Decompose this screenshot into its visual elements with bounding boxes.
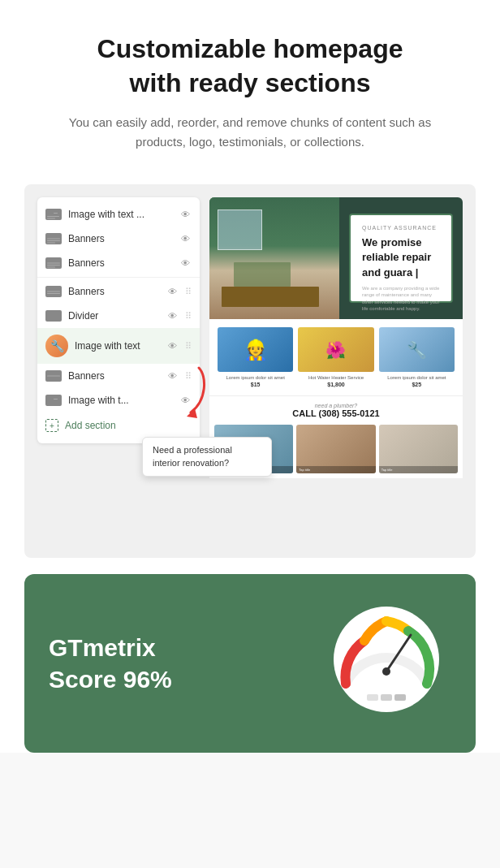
preview-cta: need a plumber? CALL (308) 555-0121 xyxy=(209,395,463,425)
section-item-img-text-3[interactable]: Image with t... 👁 xyxy=(37,388,200,412)
banners-icon-1 xyxy=(45,233,62,244)
eye-icon-1[interactable]: 👁 xyxy=(181,209,190,219)
svg-point-24 xyxy=(382,667,390,676)
room-image xyxy=(209,197,339,319)
add-section-button[interactable]: + Add section xyxy=(37,412,200,438)
banners-icon-4 xyxy=(45,370,62,382)
section-label-divider: Divider xyxy=(68,310,162,322)
svg-rect-4 xyxy=(47,218,55,219)
drag-handle-4[interactable]: ⠿ xyxy=(185,371,192,382)
service-name-3: Lorem ipsum dolor sit amet xyxy=(379,375,455,382)
section-item-banners-4[interactable]: Banners 👁 ⠿ xyxy=(37,364,200,388)
preview-panel: QUALITY ASSURANCE We promise reliable re… xyxy=(209,197,463,545)
svg-rect-2 xyxy=(54,213,58,214)
svg-rect-10 xyxy=(47,263,60,264)
svg-rect-12 xyxy=(47,267,55,268)
section-item-banners-2[interactable]: Banners 👁 xyxy=(37,251,200,275)
service-image-2 xyxy=(298,327,373,372)
service-name-1: Lorem ipsum dolor sit amet xyxy=(218,375,293,382)
eye-icon-2[interactable]: 👁 xyxy=(181,234,190,244)
gtmetrix-title: GTmetrixScore 96% xyxy=(49,632,172,695)
quality-card: QUALITY ASSURANCE We promise reliable re… xyxy=(349,214,453,303)
service-card-2: Hot Water Heater Service $1,800 xyxy=(298,327,373,387)
service-image-1 xyxy=(218,327,293,372)
service-card-3: Lorem ipsum dolor sit amet $25 xyxy=(379,327,455,387)
eye-icon-6[interactable]: 👁 xyxy=(168,341,177,351)
gauge-bars xyxy=(367,694,406,701)
svg-rect-14 xyxy=(47,291,60,292)
header-section: Customizable homepagewith ready sections… xyxy=(0,0,500,176)
eye-icon-8[interactable]: 👁 xyxy=(181,395,190,405)
svg-rect-3 xyxy=(47,216,59,217)
quality-body: We are a company providing a wide range … xyxy=(362,285,440,313)
img-text-avatar: 🔧 xyxy=(45,335,68,357)
drag-handle-3[interactable]: ⠿ xyxy=(185,341,192,352)
svg-rect-6 xyxy=(47,239,60,240)
service-card-1: Lorem ipsum dolor sit amet $15 xyxy=(218,327,293,387)
eye-icon-4[interactable]: 👁 xyxy=(168,287,177,296)
section-label-img-text-3: Image with t... xyxy=(68,395,175,406)
img-text-icon-1 xyxy=(45,209,62,220)
demo-section: Image with text ... 👁 Banners 👁 xyxy=(24,184,476,558)
bottom-image-3: Tap title xyxy=(379,425,458,473)
section-label-banners-2: Banners xyxy=(68,257,175,269)
svg-rect-0 xyxy=(47,209,52,214)
section-label-img-text-1: Image with text ... xyxy=(68,209,175,220)
section-item-divider[interactable]: Divider 👁 ⠿ xyxy=(37,304,200,328)
eye-icon-5[interactable]: 👁 xyxy=(168,311,177,321)
service-price-1: $15 xyxy=(218,382,293,387)
gauge-bar-1 xyxy=(367,694,378,701)
gauge-bar-2 xyxy=(381,694,392,701)
section-item-banners-1[interactable]: Banners 👁 xyxy=(37,227,200,251)
eye-icon-7[interactable]: 👁 xyxy=(168,371,177,381)
header-subtitle: You can easily add, reorder, and remove … xyxy=(49,113,451,152)
img-text-icon-3 xyxy=(45,395,62,406)
section-label-banners-4: Banners xyxy=(68,370,162,382)
drag-handle-2[interactable]: ⠿ xyxy=(185,311,192,322)
section-item-img-text-2[interactable]: 🔧 Image with text 👁 ⠿ xyxy=(37,328,200,364)
add-section-label: Add section xyxy=(65,420,116,431)
eye-icon-3[interactable]: 👁 xyxy=(181,258,190,268)
banners-icon-2 xyxy=(45,257,62,269)
svg-rect-21 xyxy=(54,399,58,399)
svg-rect-19 xyxy=(47,395,52,400)
svg-rect-8 xyxy=(47,243,55,244)
page-wrapper: Customizable homepagewith ready sections… xyxy=(0,0,500,753)
preview-top: QUALITY ASSURANCE We promise reliable re… xyxy=(209,197,463,319)
quality-title: We promise reliable repair and guara | xyxy=(362,235,440,280)
section-label-img-text-2: Image with text xyxy=(75,340,162,352)
svg-rect-7 xyxy=(47,240,60,241)
service-name-2: Hot Water Heater Service xyxy=(298,375,373,382)
svg-rect-13 xyxy=(47,287,60,290)
banners-icon-3 xyxy=(45,286,62,297)
service-image-3 xyxy=(379,327,455,372)
bottom-image-2: Tap title xyxy=(296,425,375,473)
gtmetrix-section: GTmetrixScore 96% xyxy=(24,574,476,753)
service-price-2: $1,800 xyxy=(298,382,373,387)
service-price-3: $25 xyxy=(379,382,455,387)
gauge-bar-3 xyxy=(394,694,406,701)
svg-rect-1 xyxy=(54,210,59,212)
svg-rect-9 xyxy=(47,258,60,261)
drag-handle-1[interactable]: ⠿ xyxy=(185,287,192,297)
svg-rect-11 xyxy=(47,265,60,266)
cta-need-text: need a plumber? xyxy=(219,403,453,408)
svg-rect-18 xyxy=(47,376,60,377)
add-section-icon: + xyxy=(45,419,58,432)
cta-call-text: CALL (308) 555-0121 xyxy=(219,408,453,418)
gauge-circle xyxy=(334,607,439,712)
divider-icon xyxy=(45,310,62,322)
svg-rect-17 xyxy=(47,371,60,374)
quality-label: QUALITY ASSURANCE xyxy=(362,225,440,231)
section-item-banners-3[interactable]: Banners 👁 ⠿ xyxy=(37,279,200,304)
tooltip-text: Need a professional interior renovation? xyxy=(153,445,232,467)
gtmetrix-gauge xyxy=(321,607,451,720)
section-list-panel: Image with text ... 👁 Banners 👁 xyxy=(37,197,200,443)
section-label-banners-3: Banners xyxy=(68,286,162,297)
preview-middle: Lorem ipsum dolor sit amet $15 Hot Water… xyxy=(209,319,463,395)
gtmetrix-text: GTmetrixScore 96% xyxy=(49,632,172,695)
section-item-img-text-1[interactable]: Image with text ... 👁 xyxy=(37,202,200,227)
svg-rect-20 xyxy=(54,396,59,398)
svg-rect-15 xyxy=(47,293,60,294)
section-label-banners-1: Banners xyxy=(68,233,175,244)
